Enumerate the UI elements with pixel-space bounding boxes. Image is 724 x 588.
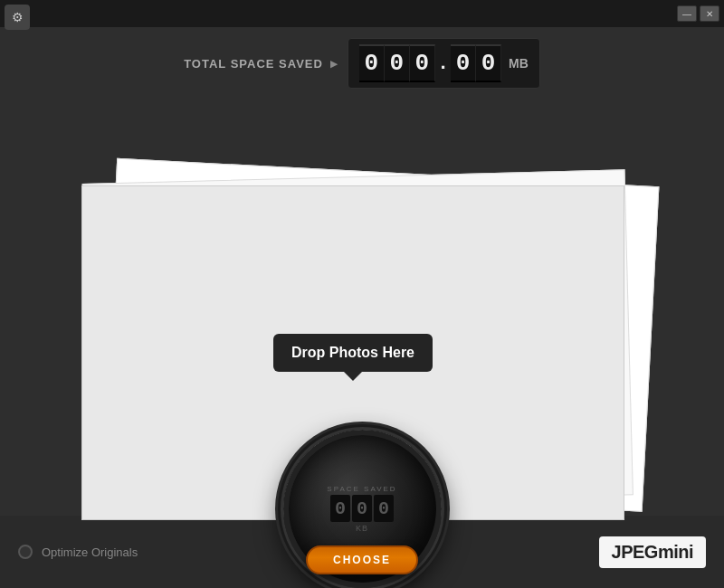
counter-dot: .: [435, 52, 451, 75]
app-window: — ✕ ⚙ TOTAL SPACE SAVED ▶ 0 0 0 . 0 0 MB: [0, 0, 724, 588]
digit-3: 0: [410, 44, 435, 82]
optimize-row: Optimize Originals: [18, 545, 138, 559]
counter-display: 0 0 0 . 0 0 MB: [348, 38, 540, 89]
header: TOTAL SPACE SAVED ▶ 0 0 0 . 0 0 MB: [0, 27, 724, 100]
knob-subtitle: SPACE SAVED: [327, 485, 396, 493]
knob-unit: KB: [356, 524, 368, 533]
settings-button[interactable]: ⚙: [5, 5, 30, 30]
digit-5: 0: [476, 44, 501, 82]
total-space-label: TOTAL SPACE SAVED ▶: [184, 57, 338, 71]
knob-digit-3: 0: [374, 495, 394, 522]
knob-digits: 0 0 0: [330, 495, 394, 522]
optimize-checkbox[interactable]: [18, 545, 33, 559]
optimize-label: Optimize Originals: [42, 545, 138, 559]
counter-unit: MB: [509, 56, 529, 71]
digit-1: 0: [359, 44, 385, 82]
digit-2: 0: [385, 44, 410, 82]
title-bar: — ✕: [0, 0, 724, 27]
digit-4: 0: [451, 44, 476, 82]
choose-button[interactable]: CHOOSE: [306, 545, 418, 574]
knob-digit-1: 0: [330, 495, 350, 522]
knob-container: SPACE SAVED 0 0 0 KB CHOOSE: [281, 407, 443, 588]
minimize-button[interactable]: —: [677, 5, 697, 22]
knob-display: SPACE SAVED 0 0 0 KB: [327, 485, 396, 533]
drop-tooltip: Drop Photos Here: [273, 334, 433, 372]
gear-icon: ⚙: [12, 10, 24, 24]
jpeg-logo: JPEGmini: [599, 536, 706, 568]
play-icon: ▶: [330, 59, 338, 69]
close-button[interactable]: ✕: [700, 5, 719, 22]
knob-digit-2: 0: [352, 495, 372, 522]
